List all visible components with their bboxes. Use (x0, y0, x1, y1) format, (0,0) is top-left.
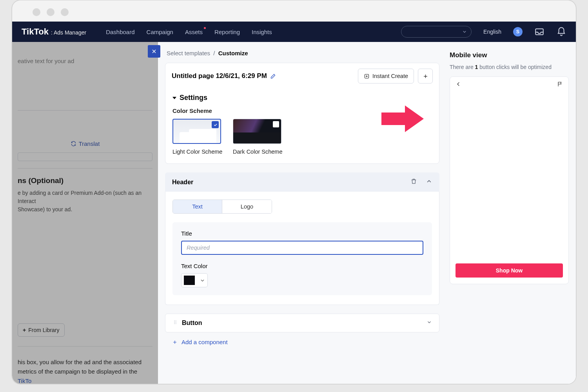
chevron-down-icon (197, 278, 207, 283)
collapse-icon[interactable] (426, 178, 432, 186)
expand-icon[interactable] (426, 319, 432, 327)
text-color-picker[interactable] (181, 273, 208, 287)
color-swatch (184, 276, 195, 285)
add-button[interactable] (418, 69, 433, 83)
annotation-arrow (381, 103, 425, 136)
avatar[interactable]: S (513, 27, 523, 36)
nav-dashboard[interactable]: Dashboard (106, 29, 134, 35)
header-type-tabs: Text Logo (172, 200, 272, 214)
chevron-down-icon (463, 30, 466, 34)
magic-icon (364, 73, 370, 79)
instant-create-button[interactable]: Instant Create (358, 69, 414, 83)
nav-campaign[interactable]: Campaign (147, 29, 173, 35)
color-scheme-light[interactable]: Light Color Scheme (172, 119, 223, 156)
addons-desc: e by adding a card or Premium Add-on (su… (18, 189, 152, 214)
add-component-button[interactable]: Add a component (165, 332, 439, 352)
tab-text[interactable]: Text (173, 200, 222, 213)
top-nav: TikTok : Ads Manager Dashboard Campaign … (12, 22, 576, 42)
nav-insights[interactable]: Insights (252, 29, 272, 35)
translate-label: Translat (79, 140, 100, 147)
nav-assets[interactable]: Assets (185, 29, 203, 35)
inbox-icon[interactable] (534, 27, 544, 37)
header-block-bar[interactable]: Header (165, 172, 439, 192)
brand-logo: TikTok : Ads Manager (22, 27, 86, 37)
delete-icon[interactable] (410, 178, 417, 186)
svg-point-4 (174, 322, 175, 323)
plus-icon (172, 339, 178, 345)
color-scheme-dark[interactable]: Dark Color Scheme (233, 119, 283, 156)
tiktok-link[interactable]: TikTo (18, 377, 31, 384)
translate-link[interactable]: Translat (18, 140, 152, 147)
addons-heading: ns (Optional) (18, 176, 152, 185)
ad-text-placeholder: eative text for your ad (18, 58, 152, 67)
svg-point-2 (174, 321, 175, 321)
color-scheme-dark-label: Dark Color Scheme (233, 149, 283, 155)
nav-reporting[interactable]: Reporting (214, 29, 240, 35)
button-block-bar[interactable]: Button (165, 314, 439, 332)
svg-point-7 (176, 323, 176, 324)
color-scheme-light-label: Light Color Scheme (172, 149, 222, 155)
brand-name: TikTok (22, 27, 49, 37)
settings-heading[interactable]: Settings (172, 94, 432, 102)
svg-point-3 (176, 321, 176, 321)
optimization-note: There are 1 button clicks will be optimi… (450, 63, 569, 71)
from-library-button[interactable]: +From Library (18, 323, 65, 337)
svg-point-6 (174, 323, 175, 324)
breadcrumb: Select templates / Customize (165, 48, 439, 63)
window-traffic-lights (12, 0, 576, 22)
tab-logo[interactable]: Logo (222, 200, 272, 213)
breadcrumb-select-templates[interactable]: Select templates (167, 50, 210, 56)
back-icon[interactable] (456, 81, 461, 89)
close-panel-button[interactable] (148, 45, 160, 58)
mobile-view-heading: Mobile view (450, 51, 569, 59)
button-block-title: Button (182, 319, 202, 327)
bell-icon[interactable] (556, 27, 566, 37)
page-title: Untitled page 12/6/21, 6:29 PM (172, 72, 276, 80)
close-icon (151, 48, 157, 54)
background-form: eative text for your ad Translat ns (Opt… (12, 42, 158, 384)
text-color-label: Text Color (181, 263, 423, 269)
title-input[interactable] (181, 241, 423, 255)
header-block-title: Header (172, 179, 193, 186)
title-field-label: Title (181, 230, 423, 237)
plus-icon (423, 73, 428, 79)
svg-rect-0 (535, 29, 543, 34)
caret-down-icon (172, 97, 176, 99)
check-icon (212, 121, 219, 128)
edit-icon[interactable] (270, 73, 276, 79)
drag-handle-icon[interactable] (172, 319, 178, 327)
disclosure-note: his box, you allow for the ad and the as… (18, 358, 152, 384)
brand-sub: : Ads Manager (51, 29, 86, 36)
language-switch[interactable]: English (483, 29, 501, 35)
refresh-icon (71, 141, 76, 147)
account-selector[interactable] (401, 26, 472, 38)
breadcrumb-customize: Customize (218, 50, 248, 56)
flag-icon[interactable] (557, 81, 563, 89)
preview-cta-button[interactable]: Shop Now (456, 263, 563, 278)
mobile-preview: Shop Now (450, 76, 569, 284)
svg-point-5 (176, 322, 176, 323)
